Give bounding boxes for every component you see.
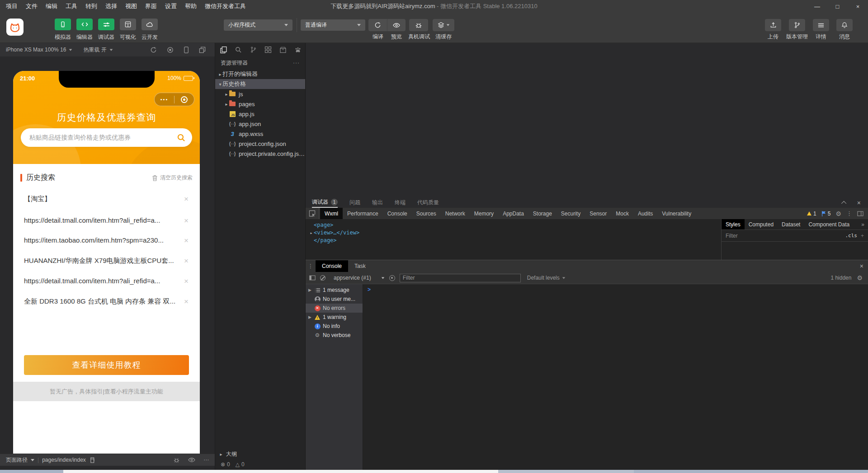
tab-dataset[interactable]: Dataset (778, 219, 804, 229)
tree-item-open-editors[interactable]: ▸打开的编辑器 (215, 69, 305, 79)
details-button[interactable] (813, 19, 829, 31)
remove-history-icon[interactable]: × (183, 257, 190, 266)
log-levels-select[interactable]: Default levels (527, 275, 566, 281)
mode-select[interactable]: 小程序模式 (224, 19, 292, 31)
paw-icon[interactable] (293, 47, 302, 53)
collapse-panel-icon[interactable] (841, 201, 846, 206)
capsule-more-button[interactable]: ••• (155, 93, 174, 106)
tab-mock[interactable]: Mock (611, 208, 633, 219)
history-item[interactable]: https://item.taobao.com/item.htm?spm=a23… (24, 236, 175, 245)
gear-icon[interactable]: ⚙ (857, 274, 863, 281)
remove-history-icon[interactable]: × (183, 297, 190, 306)
kebab-menu-icon[interactable]: ⋮ (306, 263, 316, 269)
console-output[interactable]: > (363, 284, 868, 470)
menu-help[interactable]: 帮助 (181, 0, 201, 13)
search-icon[interactable] (177, 133, 185, 142)
menu-file[interactable]: 文件 (22, 0, 42, 13)
tab-problems[interactable]: 问题 (349, 197, 360, 208)
menu-goto[interactable]: 转到 (81, 0, 101, 13)
rotate-icon[interactable] (150, 47, 157, 53)
live-expression-icon[interactable] (389, 275, 395, 281)
flag-counter[interactable]: 5 (821, 211, 831, 217)
remove-history-icon[interactable]: × (183, 236, 190, 245)
warning-counter[interactable]: 1 (807, 211, 816, 217)
history-item[interactable]: HUANANZHI/华南金牌 X79电脑游戏主板CPU套... (24, 257, 175, 266)
maximize-button[interactable]: □ (827, 0, 848, 13)
styles-filter-input[interactable]: Filter (726, 233, 738, 239)
kebab-menu-icon[interactable]: ⋮ (846, 210, 852, 217)
clear-cache-button[interactable] (433, 19, 454, 31)
tutorial-button[interactable]: 查看详细使用教程 (24, 355, 189, 375)
menu-tools[interactable]: 工具 (61, 0, 81, 13)
notifications-button[interactable] (836, 19, 853, 31)
tab-output[interactable]: 输出 (372, 197, 383, 208)
tab-network[interactable]: Network (441, 208, 470, 219)
console-prompt-icon[interactable]: > (368, 286, 371, 293)
product-link-search[interactable]: 粘贴商品链接查询价格走势或优惠券 (21, 128, 192, 147)
minimize-button[interactable]: — (807, 0, 827, 13)
wxml-node[interactable]: ▸<view>…</view> (314, 229, 721, 237)
new-style-rule-button[interactable]: + (861, 233, 864, 239)
history-item[interactable]: 【淘宝】 (24, 195, 175, 204)
more-icon[interactable]: ⋯ (203, 457, 209, 463)
history-item[interactable]: https://detail.tmall.com/item.htm?ali_re… (24, 277, 175, 286)
outline-header[interactable]: ▸ 大纲 (215, 449, 305, 459)
history-item[interactable]: 全新 DDR3 1600 8G 台式机 电脑 内存条 兼容 双... (24, 297, 175, 306)
eye-icon[interactable] (188, 457, 195, 463)
editor-toggle[interactable]: 编辑器 (74, 19, 95, 41)
bug-icon[interactable] (173, 457, 180, 464)
simulator-toggle[interactable]: 模拟器 (52, 19, 74, 41)
tab-audits[interactable]: Audits (633, 208, 657, 219)
git-branch-icon[interactable] (249, 46, 258, 53)
menu-settings[interactable]: 设置 (161, 0, 181, 13)
filter-info[interactable]: i No info (306, 322, 363, 331)
tab-sensor[interactable]: Sensor (585, 208, 611, 219)
remove-history-icon[interactable]: × (183, 195, 190, 204)
menu-edit[interactable]: 编辑 (42, 0, 61, 13)
tree-item-project-private-config[interactable]: {··}project.private.config.js… (215, 149, 305, 159)
tab-task[interactable]: Task (348, 260, 372, 272)
hot-reload-select[interactable]: 热重载 开 (83, 46, 106, 54)
chevron-right-icon[interactable]: ▸ (309, 229, 314, 237)
compile-button[interactable] (368, 19, 387, 31)
search-icon[interactable] (234, 46, 243, 53)
tree-item-app-wxss[interactable]: 3app.wxss (215, 129, 305, 139)
close-panel-icon[interactable]: × (857, 199, 861, 206)
toggle-class-button[interactable]: .cls (845, 233, 857, 239)
package-icon[interactable] (278, 47, 288, 53)
copy-icon[interactable] (89, 457, 94, 463)
upload-button[interactable] (765, 19, 781, 31)
tab-computed[interactable]: Computed (745, 219, 778, 229)
cloud-dev-toggle[interactable]: 云开发 (139, 19, 160, 41)
menu-devtools[interactable]: 微信开发者工具 (201, 0, 250, 13)
device-frame-icon[interactable] (184, 47, 189, 53)
tree-item-project-root[interactable]: ▾历史价格 (215, 79, 305, 89)
files-icon[interactable] (219, 46, 228, 54)
wxml-node[interactable]: </page> (314, 237, 721, 244)
filter-warnings[interactable]: ▶ 1 warning (306, 313, 363, 322)
filter-verbose[interactable]: ⚙ No verbose (306, 331, 363, 340)
clear-history-button[interactable]: 清空历史搜索 (152, 174, 193, 182)
page-path-select[interactable]: 页面路径 (6, 456, 28, 464)
tab-console-drawer[interactable]: Console (316, 260, 348, 272)
tab-styles[interactable]: Styles (722, 219, 745, 229)
tab-security[interactable]: Security (557, 208, 585, 219)
tab-sources[interactable]: Sources (412, 208, 441, 219)
show-sidebar-icon[interactable] (309, 275, 316, 281)
visualization-toggle[interactable]: 可视化 (117, 19, 139, 41)
more-tabs-icon[interactable]: » (861, 221, 868, 228)
context-select[interactable]: appservice (#1) (334, 275, 371, 281)
tab-wxml[interactable]: Wxml (320, 208, 343, 219)
remove-history-icon[interactable]: × (183, 277, 190, 286)
compile-mode-select[interactable]: 普通编译 (301, 19, 365, 31)
tab-memory[interactable]: Memory (470, 208, 498, 219)
menu-select[interactable]: 选择 (101, 0, 121, 13)
gear-icon[interactable]: ⚙ (835, 210, 841, 217)
record-icon[interactable] (167, 47, 174, 53)
tree-item-pages-folder[interactable]: ▸pages (215, 99, 305, 109)
clear-console-icon[interactable] (320, 275, 326, 281)
capsule-close-button[interactable] (175, 96, 194, 103)
tree-item-js-folder[interactable]: ▸js (215, 89, 305, 99)
debugger-toggle[interactable]: 调试器 (95, 19, 117, 41)
history-item[interactable]: https://detail.tmall.com/item.htm?ali_re… (24, 216, 175, 225)
